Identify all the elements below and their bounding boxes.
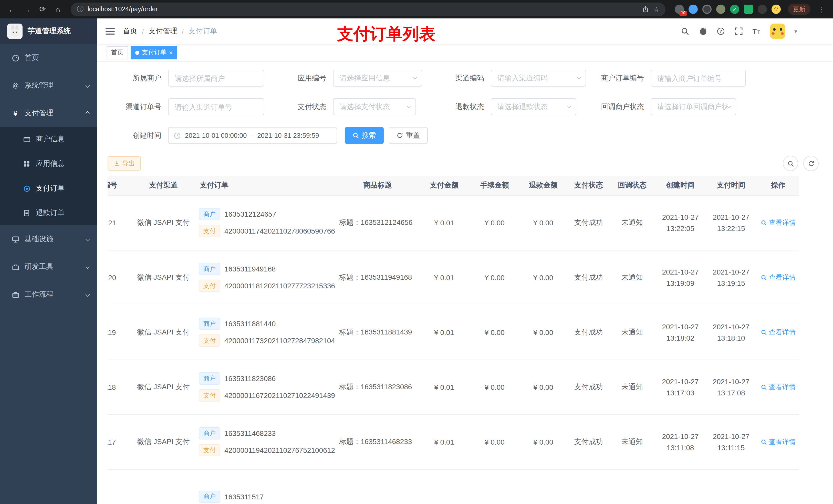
channel-order-no-input[interactable] bbox=[168, 98, 264, 115]
pay-order-cell: 商户 1635311949168 支付 42000011812021102777… bbox=[194, 250, 337, 305]
sidebar-item-pay-order[interactable]: 支付订单 bbox=[0, 176, 97, 201]
col-create-time: 创建时间 bbox=[655, 176, 706, 195]
help-icon[interactable]: ? bbox=[716, 27, 726, 36]
create-time-cell: 2021-10-27 13:22:05 bbox=[655, 195, 706, 250]
extension-ring-icon[interactable] bbox=[703, 5, 712, 14]
pay-order-line: 支付 4200001167202110271022491439 bbox=[199, 389, 334, 402]
sidebar-item-label: 支付订单 bbox=[36, 184, 65, 193]
create-date: 2021-10-27 bbox=[658, 321, 703, 332]
user-avatar[interactable] bbox=[770, 24, 786, 39]
pay-time: 13:18:10 bbox=[709, 332, 753, 343]
close-icon[interactable]: × bbox=[169, 49, 173, 55]
grid-icon bbox=[23, 160, 31, 168]
col-amount: 支付金额 bbox=[418, 176, 470, 195]
pay-order-cell: 商户 1635312124657 支付 42000011742021102780… bbox=[194, 195, 337, 250]
forward-icon[interactable]: → bbox=[21, 3, 34, 16]
pay-time-cell: 2021-10-27 13:19:15 bbox=[706, 250, 756, 305]
pay-status-select[interactable]: 请选择支付状态 bbox=[333, 98, 416, 115]
tab-pay-order[interactable]: 支付订单 × bbox=[130, 46, 177, 59]
view-detail-link[interactable]: 查看详情 bbox=[761, 437, 795, 447]
address-bar[interactable]: ⓘ localhost:1024/pay/order ☆ bbox=[71, 2, 665, 16]
sidebar-item-infra[interactable]: 基础设施 bbox=[0, 225, 97, 253]
notify-status-select[interactable]: 请选择订单回调商户状态 bbox=[651, 98, 736, 115]
fee-amount: ¥ 0.00 bbox=[470, 195, 519, 250]
merchant-input[interactable] bbox=[168, 70, 264, 87]
reset-button-label: 重置 bbox=[406, 131, 420, 140]
fee-amount: ¥ 0.00 bbox=[470, 305, 519, 360]
search-button[interactable]: 搜索 bbox=[345, 127, 384, 144]
tab-home[interactable]: 首页 bbox=[106, 46, 128, 59]
extension-circle-icon[interactable] bbox=[716, 5, 725, 14]
reload-icon[interactable]: ⟳ bbox=[36, 3, 49, 16]
table-toolbar: 导出 bbox=[108, 156, 823, 171]
toggle-search-button[interactable] bbox=[783, 156, 798, 171]
caret-down-icon[interactable]: ▾ bbox=[794, 28, 797, 34]
github-icon[interactable] bbox=[698, 27, 708, 36]
sidebar-item-merchant-info[interactable]: 商户信息 bbox=[0, 127, 97, 152]
sidebar-item-payment[interactable]: ¥ 支付管理 bbox=[0, 99, 97, 127]
page-annotation: 支付订单列表 bbox=[337, 23, 435, 46]
browser-update-button[interactable]: 更新 bbox=[788, 4, 810, 15]
app-select[interactable]: 请选择应用信息 bbox=[333, 70, 422, 87]
browser-toolbar: ← → ⟳ ⌂ ⓘ localhost:1024/pay/order ☆ 10 … bbox=[0, 0, 833, 19]
extension-drop-icon[interactable] bbox=[689, 5, 698, 14]
sidebar-item-system[interactable]: 系统管理 bbox=[0, 72, 97, 99]
pay-order-cell: 商户 1635311468233 支付 42000011942021102767… bbox=[194, 414, 337, 469]
refresh-table-button[interactable] bbox=[803, 156, 819, 171]
sidebar-item-app-info[interactable]: 应用信息 bbox=[0, 152, 97, 176]
table-header-row: 编号 支付渠道 支付订单 商品标题 支付金额 手续金额 退款金额 支付状态 回调… bbox=[108, 176, 799, 195]
sidebar-item-workflow[interactable]: 工作流程 bbox=[0, 281, 97, 308]
extension-check-icon[interactable]: ✓ bbox=[730, 5, 739, 14]
credit-card-icon bbox=[23, 135, 31, 143]
export-button[interactable]: 导出 bbox=[108, 156, 141, 171]
pay-order-no: 4200001173202110272847982104 bbox=[224, 337, 335, 345]
avatar-cheek bbox=[772, 32, 775, 35]
url-text[interactable]: localhost:1024/pay/order bbox=[88, 6, 158, 13]
font-size-icon[interactable]: TT bbox=[752, 27, 762, 36]
hamburger-icon[interactable] bbox=[97, 27, 123, 35]
view-detail-link[interactable]: 查看详情 bbox=[761, 273, 795, 282]
bookmark-star-icon[interactable]: ☆ bbox=[653, 5, 659, 13]
view-detail-link[interactable]: 查看详情 bbox=[761, 218, 795, 227]
view-detail-link[interactable]: 查看详情 bbox=[761, 328, 795, 337]
export-button-label: 导出 bbox=[122, 159, 135, 168]
sidebar-item-dev-tools[interactable]: 研发工具 bbox=[0, 253, 97, 281]
merchant-order-line: 商户 1635311823086 bbox=[199, 373, 334, 385]
breadcrumb-home[interactable]: 首页 bbox=[123, 27, 137, 36]
pay-tag: 支付 bbox=[199, 444, 220, 456]
reset-button[interactable]: 重置 bbox=[389, 127, 428, 144]
fee-amount: ¥ 0.00 bbox=[470, 414, 519, 469]
pay-channel: 微信 JSAPI 支付 bbox=[133, 414, 194, 469]
channel-code-select[interactable]: 请输入渠道编码 bbox=[491, 70, 586, 87]
search-icon bbox=[353, 132, 359, 139]
fullscreen-icon[interactable] bbox=[734, 27, 744, 36]
pay-amount: ¥ 0.01 bbox=[418, 414, 470, 469]
pay-time: 13:11:15 bbox=[709, 442, 753, 453]
merchant-order-no-input[interactable] bbox=[651, 70, 746, 87]
pay-order-line: 支付 4200001174202110278060590766 bbox=[199, 225, 334, 237]
sidebar-item-refund-order[interactable]: 退款订单 bbox=[0, 201, 97, 225]
extension-smiley-icon[interactable]: ツ bbox=[771, 5, 781, 14]
notify-status: 未通知 bbox=[610, 195, 655, 250]
avatar-eye bbox=[773, 28, 776, 31]
extension-pin-icon[interactable] bbox=[758, 5, 767, 14]
browser-menu-icon[interactable]: ⋮ bbox=[814, 5, 828, 13]
search-icon[interactable] bbox=[681, 27, 690, 36]
share-icon[interactable] bbox=[642, 6, 649, 13]
create-time-range-picker[interactable]: 2021-10-01 00:00:00 - 2021-10-31 23:59:5… bbox=[168, 127, 337, 144]
refund-status-select[interactable]: 请选择退款状态 bbox=[491, 98, 576, 115]
extension-grid-icon[interactable]: 10 bbox=[675, 5, 684, 14]
back-icon[interactable]: ← bbox=[5, 3, 19, 16]
breadcrumb-pay-manage[interactable]: 支付管理 bbox=[148, 27, 177, 36]
extension-chat-icon[interactable] bbox=[744, 5, 753, 14]
site-info-icon[interactable]: ⓘ bbox=[77, 5, 84, 14]
view-detail-link[interactable]: 查看详情 bbox=[761, 382, 795, 391]
chevron-up-icon bbox=[86, 111, 90, 116]
home-icon[interactable]: ⌂ bbox=[51, 3, 65, 16]
notify-status-label: 回调商户状态 bbox=[576, 102, 651, 112]
sidebar-item-home[interactable]: 首页 bbox=[0, 44, 97, 72]
logo-area[interactable]: 芋道管理系统 bbox=[0, 19, 97, 44]
chevron-down-icon bbox=[413, 75, 417, 80]
pay-date: 2021-10-27 bbox=[709, 321, 753, 332]
create-time-label: 创建时间 bbox=[108, 131, 168, 140]
